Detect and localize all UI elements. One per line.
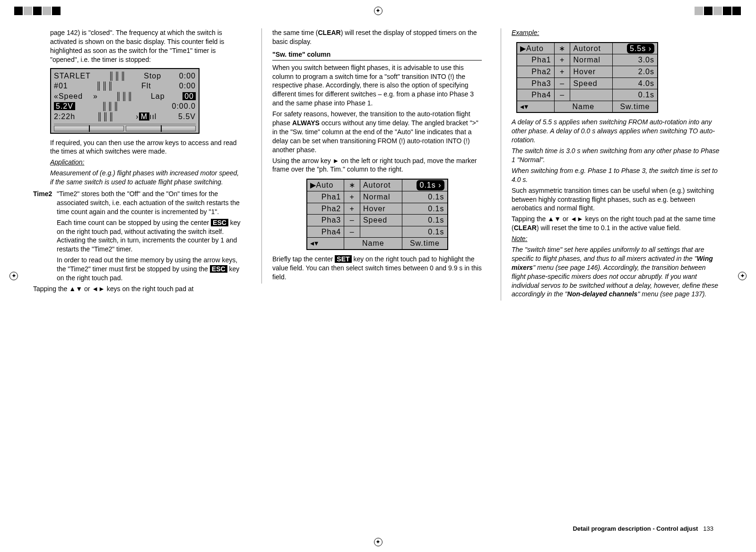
print-registration-left: ✦ xyxy=(9,272,18,280)
esc-key: ESC xyxy=(211,219,228,226)
lcd-stop-label: Stop xyxy=(144,71,161,81)
lcd-stop-value: 0:00 xyxy=(179,71,196,81)
always-word: ALWAYS xyxy=(292,119,320,127)
c2-p2: When you switch between flight phases, i… xyxy=(272,63,482,108)
c1-tail: Tapping the ▲▼ or ◄► keys on the right t… xyxy=(33,285,243,293)
c3-p2: The switch time is 3.0 s when switching … xyxy=(512,147,721,164)
footer-title: Detail program description - Control adj… xyxy=(573,525,698,532)
c3-p5: Tapping the ▲▼ or ◄► keys on the right t… xyxy=(512,215,721,233)
lcd-model-name: STARLET xyxy=(54,71,91,81)
lcd-lap-time: 0:00.0 xyxy=(172,101,196,112)
lcd-speed-label: «Speed » xyxy=(54,91,98,102)
lcd-voltage-tx: 5.2V xyxy=(54,102,75,110)
time2-p2: Each time count can be stopped by using … xyxy=(57,218,243,254)
c2-p4: Using the arrow key ► on the left or rig… xyxy=(272,156,482,174)
example-heading: Example: xyxy=(512,28,721,37)
lcd-lap-value: 00 xyxy=(182,92,196,100)
column-1: page 142) is "closed". The frequency at … xyxy=(33,28,244,295)
note-heading: Note: xyxy=(512,234,721,243)
print-registration-right: ✦ xyxy=(738,272,747,280)
esc-key-2: ESC xyxy=(210,265,227,273)
footer-page-number: 133 xyxy=(703,525,713,532)
phase-table-1: ▶Auto∗Autorot0.1s › Pha1+Normal0.1s Pha2… xyxy=(306,179,448,250)
page-footer: Detail program description - Control adj… xyxy=(573,525,713,533)
lcd-display: STARLET ║║║ Stop 0:00 #01 ║║║ Flt 0:00 «… xyxy=(50,68,200,134)
lcd-runtime: 2:22h xyxy=(54,112,75,122)
application-heading: Application: xyxy=(50,158,243,167)
lcd-flt-value: 0:00 xyxy=(179,81,196,91)
application-body: Measurement of (e.g.) flight phases with… xyxy=(50,169,243,187)
non-delayed-term: Non-delayed channels xyxy=(567,290,638,298)
phase-table-2: ▶Auto∗Autorot5.5s › Pha1+Normal3.0s Pha2… xyxy=(516,42,658,113)
c1-intro: page 142) is "closed". The frequency at … xyxy=(50,28,243,64)
clear-key: CLEAR xyxy=(318,29,340,36)
c2-p1: the same time (CLEAR) will reset the dis… xyxy=(272,28,482,46)
print-registration-top: ✦ xyxy=(0,7,756,17)
swtime-heading: "Sw. time" column xyxy=(272,50,482,60)
column-2: the same time (CLEAR) will reset the dis… xyxy=(261,28,484,284)
column-3: Example: ▶Auto∗Autorot5.5s › Pha1+Normal… xyxy=(501,28,723,301)
time2-p1: "Time2" stores both the "Off" and the "O… xyxy=(57,190,243,216)
page: ✦ ✦ ✦ page 142) is "closed". The frequen… xyxy=(0,0,756,552)
lcd-m-label: M xyxy=(139,112,149,121)
clear-key-2: CLEAR xyxy=(514,224,537,232)
lcd-m-voltage: 5.5V xyxy=(178,112,196,122)
c3-p4: Such asymmetric transition times can be … xyxy=(512,186,721,213)
c1-p2: If required, you can then use the arrow … xyxy=(50,138,243,156)
lcd-model-no: #01 xyxy=(54,81,68,91)
c2-p5: Briefly tap the center SET key on the ri… xyxy=(272,255,482,282)
c3-p1: A delay of 5.5 s applies when switching … xyxy=(512,118,721,145)
time2-label: Time2 xyxy=(33,190,57,285)
note-body: The "switch time" set here applies unifo… xyxy=(512,245,721,299)
lcd-flt-label: Flt xyxy=(141,81,151,91)
c2-p3: For safety reasons, however, the transit… xyxy=(272,110,482,154)
set-key: SET xyxy=(335,255,351,263)
c3-p3: When switching from e.g. Phase 1 to Phas… xyxy=(512,166,721,184)
lcd-lap-label: Lap xyxy=(151,91,165,102)
print-registration-bottom: ✦ xyxy=(374,538,382,546)
time2-p3: In order to read out the time memory by … xyxy=(57,256,243,283)
